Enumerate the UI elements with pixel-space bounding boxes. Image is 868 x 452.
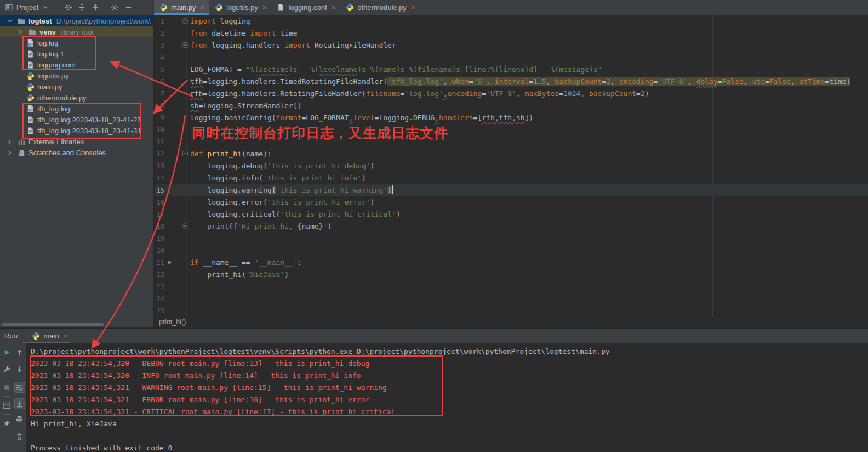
scroll-to-end-icon[interactable] (14, 398, 25, 409)
project-panel-title[interactable]: Project (16, 3, 38, 12)
breadcrumb-item[interactable]: print_hi() (159, 318, 186, 326)
code-text: logging.error('this is print_hi error') (190, 196, 375, 208)
chevron-right-icon[interactable] (15, 27, 25, 36)
run-console-output[interactable]: D:\project\pythonproject\work\pythonProj… (26, 343, 868, 452)
line-number: 2 (155, 27, 164, 39)
editor-tab-main-py[interactable]: main.py× (154, 0, 209, 15)
code-line: 2from datetime import time (155, 27, 868, 39)
close-icon[interactable]: × (64, 332, 68, 340)
code-line: 20 (155, 245, 868, 257)
run-line-icon[interactable] (166, 259, 173, 266)
fold-marker-icon[interactable] (182, 18, 188, 24)
code-text: print(f'Hi print_hi, {name}') (190, 221, 332, 233)
run-tab-main[interactable]: main × (31, 332, 67, 341)
tree-item-main-py[interactable]: main.py (0, 81, 153, 92)
soft-wrap-icon[interactable] (14, 382, 25, 393)
line-number: 11 (155, 136, 164, 148)
tree-item-othermodule-py[interactable]: othermodule.py (0, 92, 153, 103)
line-number: 1 (155, 15, 164, 27)
run-tool-window: Run: main × D:\project\pythonproject\wor… (0, 328, 868, 452)
tree-item-label: othermodule.py (37, 94, 87, 102)
line-number: 19 (155, 233, 164, 245)
chevron-right-icon[interactable] (4, 148, 14, 157)
external-lib-icon (16, 137, 26, 146)
code-line: 11 (155, 136, 868, 148)
tab-label: othermodule.py (357, 3, 407, 12)
project-toolbar-buttons (64, 3, 133, 12)
printer-icon[interactable] (15, 415, 24, 423)
tab-label: logging.conf (289, 3, 327, 12)
scratches-icon (16, 148, 26, 157)
toolbar-separator (3, 396, 10, 397)
pin-icon[interactable] (2, 419, 11, 428)
tree-item-log-log[interactable]: LOGlog.log (0, 37, 153, 48)
collapse-all-icon[interactable] (91, 3, 100, 12)
tree-item-label: venv (39, 28, 56, 36)
tree-item-label: log.log.1 (37, 50, 64, 58)
code-line: 14 logging.info('this is print_hi info') (155, 172, 868, 184)
chevron-down-icon[interactable] (4, 16, 14, 25)
editor-tab-logutils-py[interactable]: logutils.py× (209, 0, 271, 15)
line-number: 18 (155, 221, 164, 233)
tree-item-external-libraries[interactable]: External Libraries (0, 136, 153, 147)
chevron-down-icon[interactable] (41, 3, 49, 12)
line-number: 5 (155, 64, 164, 76)
down-arrow-icon[interactable] (15, 365, 24, 374)
fold-circle-icon[interactable] (182, 223, 188, 229)
project-view-icon (4, 3, 13, 12)
editor-tab-logging-conf[interactable]: logging.conf× (272, 0, 341, 15)
python-file-icon (25, 71, 35, 80)
fold-marker-icon[interactable] (182, 151, 188, 156)
project-tool-window[interactable]: logtestD:\project\pythonproject\work\ven… (0, 15, 154, 327)
tree-item-tfh-log-log-2023-03-18-23-41-31[interactable]: tfh_log.log.2023-03-18_23-41-31 (0, 125, 153, 136)
line-number: 3 (155, 39, 164, 52)
close-icon[interactable]: × (201, 4, 205, 11)
tree-item-detail: D:\project\pythonproject\work\ (56, 17, 151, 25)
hide-icon[interactable] (124, 3, 133, 12)
code-editor[interactable]: 1import logging2from datetime import tim… (155, 15, 868, 317)
tab-label: main.py (171, 3, 196, 12)
editor-tab-bar: main.py×logutils.py×logging.conf×othermo… (154, 0, 868, 15)
tree-item-tfh-log-log-2023-03-18-23-41-27[interactable]: tfh_log.log.2023-03-18_23-41-27 (0, 114, 153, 125)
tree-item-label: tfh_log.log.2023-03-18_23-41-27 (37, 116, 141, 124)
expand-all-icon[interactable] (77, 3, 86, 12)
settings-icon[interactable] (110, 3, 119, 12)
close-icon[interactable]: × (262, 4, 267, 11)
text-file-icon (25, 126, 35, 135)
tree-item-tfh-log-log[interactable]: LOGtfh_log.log (0, 103, 153, 114)
run-icon[interactable] (2, 348, 11, 357)
code-line: 16 logging.error('this is print_hi error… (155, 196, 868, 208)
up-arrow-icon[interactable] (15, 348, 24, 357)
editor-tab-othermodule-py[interactable]: othermodule.py× (340, 0, 420, 15)
stop-icon[interactable] (2, 383, 11, 392)
fold-marker-icon[interactable] (182, 42, 188, 48)
python-file-icon (159, 3, 168, 12)
code-line: 23 (155, 281, 868, 293)
horizontal-scrollbar[interactable] (2, 323, 104, 326)
python-file-icon (25, 82, 35, 91)
chevron-right-icon[interactable] (4, 137, 14, 146)
tree-item-logutils-py[interactable]: logutils.py (0, 70, 153, 81)
line-number: 9 (155, 112, 164, 124)
trash-icon[interactable] (15, 432, 24, 440)
close-icon[interactable]: × (411, 4, 415, 11)
layout-icon[interactable] (2, 401, 11, 410)
run-panel-title: Run: (4, 332, 19, 340)
toolbar-separator (3, 414, 10, 415)
tree-item-venv[interactable]: venvlibrary root (0, 26, 153, 37)
tree-item-logging-conf[interactable]: logging.conf (0, 59, 153, 70)
run-tab-label: main (43, 332, 59, 340)
code-line: 3from logging.handlers import RotatingFi… (155, 39, 868, 52)
line-number: 23 (155, 281, 164, 293)
tree-item-logtest[interactable]: logtestD:\project\pythonproject\work\ (0, 15, 153, 26)
tree-item-scratches-and-consoles[interactable]: Scratches and Consoles (0, 147, 153, 158)
close-icon[interactable]: × (332, 4, 336, 11)
tree-item-log-log-1[interactable]: log.log.1 (0, 48, 153, 59)
code-line: 17 logging.critical('this is print_hi cr… (155, 208, 868, 221)
line-number: 13 (155, 160, 164, 172)
locate-icon[interactable] (64, 3, 72, 12)
wrench-icon[interactable] (2, 365, 11, 374)
line-number: 10 (155, 124, 164, 136)
line-number: 21 (155, 257, 164, 269)
tree-item-label: logging.conf (37, 61, 76, 69)
